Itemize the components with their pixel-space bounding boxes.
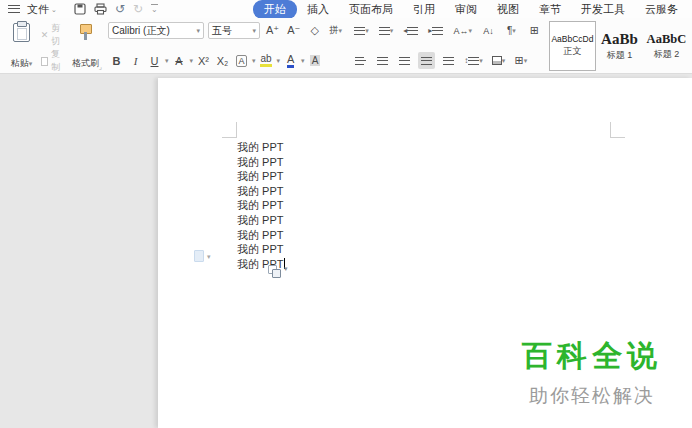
align-center-icon[interactable] (374, 52, 391, 69)
file-menu-button[interactable]: 文件 ⌄ (27, 2, 57, 17)
doc-line: 我的 PPT (237, 213, 285, 228)
char-border-dropdown[interactable]: ▾ (252, 57, 256, 64)
cut-icon: ✕ (41, 30, 49, 40)
superscript-button[interactable]: X² (195, 52, 212, 69)
cut-button[interactable]: ✕剪切 (41, 22, 67, 48)
paste-icon (13, 23, 30, 42)
document-page[interactable]: 我的 PPT 我的 PPT 我的 PPT 我的 PPT 我的 PPT 我的 PP… (158, 78, 692, 428)
align-right-icon[interactable] (396, 52, 413, 69)
subscript-button[interactable]: X₂ (214, 52, 231, 69)
tab-cloud[interactable]: 云服务 (635, 1, 688, 18)
shading-icon[interactable]: ▾ (490, 52, 508, 69)
paragraph-group: ▾ ▾ ◂ ▸ A↔▾ A↓ ¶▾ ⊞ ↕▾ ▾ ⊞▾ (352, 21, 543, 71)
font-family-select[interactable]: Calibri (正文)▾ (108, 22, 204, 39)
line-spacing-icon[interactable]: ↕▾ (462, 52, 485, 69)
cut-label: 剪切 (51, 22, 67, 48)
paste-button[interactable]: 粘贴▾ (6, 21, 37, 71)
font-color-button[interactable]: A (282, 52, 299, 69)
save-icon[interactable] (74, 3, 86, 15)
grid-icon[interactable]: ⊞ (526, 22, 543, 39)
style-preview: AaBbCcDd (551, 34, 593, 44)
doc-line: 我的 PPT (237, 228, 285, 243)
tab-view[interactable]: 视图 (487, 1, 529, 18)
tab-section[interactable]: 章节 (529, 1, 571, 18)
chevron-down-icon: ▾ (284, 265, 288, 272)
underline-button[interactable]: U (146, 52, 163, 69)
watermark-title: 百科全说 (522, 336, 662, 377)
tab-review[interactable]: 审阅 (445, 1, 487, 18)
justify-icon[interactable] (418, 52, 435, 69)
chevron-down-icon: ⌄ (51, 6, 57, 13)
doc-line: 我的 PPT (237, 198, 285, 213)
paste-options-icon (268, 265, 281, 278)
format-painter-button[interactable]: 格式刷 (71, 21, 100, 71)
strikethrough-button[interactable]: A (171, 52, 188, 69)
customize-toolbar-icon[interactable]: ⌄ (151, 4, 158, 14)
dialog-launcher-icon[interactable]: ⌟ (99, 63, 102, 71)
align-left-icon[interactable] (352, 52, 369, 69)
numbering-icon[interactable]: ▾ (377, 22, 396, 39)
style-name: 标题 1 (607, 49, 633, 62)
italic-button[interactable]: I (127, 52, 144, 69)
paragraph-layout-icon (194, 250, 204, 262)
highlight-button[interactable]: ab (258, 52, 275, 69)
shrink-font-button[interactable]: A⁻ (285, 22, 302, 39)
style-name: 正文 (563, 45, 581, 58)
margin-corner-mark-left (222, 122, 237, 138)
char-border-button[interactable]: A (233, 52, 250, 69)
print-icon[interactable] (94, 3, 107, 15)
watermark-subtitle: 助你轻松解决 (522, 383, 662, 409)
watermark: 百科全说 助你轻松解决 (522, 336, 662, 409)
clear-format-icon[interactable]: ◇ (306, 22, 323, 39)
distribute-icon[interactable] (440, 52, 457, 69)
paste-options-button[interactable]: ▾ (268, 265, 288, 278)
decrease-indent-icon[interactable]: ◂ (401, 22, 420, 39)
paste-label: 粘贴 (11, 58, 29, 68)
style-name: 标题 2 (654, 48, 680, 61)
style-preview: AaBb (601, 31, 638, 48)
styles-gallery: AaBbCcDd 正文 AaBb 标题 1 AaBbC 标题 2 AaBbC 标… (549, 21, 692, 71)
redo-icon[interactable]: ↻ (133, 3, 143, 15)
ribbon: 粘贴▾ ✕剪切 复制 格式刷 ⌟ Calibri (正文)▾ 五号▾ A⁺ A⁻… (0, 18, 692, 74)
font-size-value: 五号 (212, 24, 232, 38)
undo-icon[interactable]: ↺ (115, 3, 125, 15)
document-text[interactable]: 我的 PPT 我的 PPT 我的 PPT 我的 PPT 我的 PPT 我的 PP… (237, 140, 285, 271)
font-size-select[interactable]: 五号▾ (208, 22, 260, 39)
sort-icon[interactable]: A↓ (480, 22, 497, 39)
bullets-icon[interactable]: ▾ (352, 22, 371, 39)
bold-button[interactable]: B (108, 52, 125, 69)
phonetic-guide-icon[interactable]: 拼▾ (327, 22, 344, 39)
underline-dropdown[interactable]: ▾ (165, 57, 169, 64)
increase-indent-icon[interactable]: ▸ (426, 22, 445, 39)
paragraph-marks-icon[interactable]: ¶▾ (503, 22, 520, 39)
title-bar: 文件 ⌄ ↺ ↻ ⌄ 开始 插入 页面布局 引用 审阅 视图 章节 开发工具 云… (0, 0, 692, 18)
style-heading1[interactable]: AaBb 标题 1 (596, 21, 643, 71)
file-menu-label: 文件 (27, 2, 49, 17)
copy-button[interactable]: 复制 (41, 48, 67, 74)
menu-icon[interactable] (8, 5, 20, 13)
style-heading2[interactable]: AaBbC 标题 2 (643, 21, 690, 71)
grow-font-button[interactable]: A⁺ (264, 22, 281, 39)
style-normal[interactable]: AaBbCcDd 正文 (549, 21, 596, 71)
tab-insert[interactable]: 插入 (297, 1, 339, 18)
font-color-dropdown[interactable]: ▾ (301, 57, 305, 64)
char-shading-button[interactable]: A (307, 52, 324, 69)
doc-line: 我的 PPT (237, 169, 285, 184)
clipboard-group: 粘贴▾ ✕剪切 复制 格式刷 ⌟ (6, 21, 100, 71)
font-group: Calibri (正文)▾ 五号▾ A⁺ A⁻ ◇ 拼▾ B I U▾ A▾ X… (108, 21, 344, 71)
char-scale-icon[interactable]: A↔▾ (451, 22, 474, 39)
doc-line: 我的 PPT (237, 242, 285, 257)
document-area: 我的 PPT 我的 PPT 我的 PPT 我的 PPT 我的 PPT 我的 PP… (0, 75, 692, 428)
borders-icon[interactable]: ⊞▾ (512, 52, 529, 69)
tab-references[interactable]: 引用 (403, 1, 445, 18)
tab-developer[interactable]: 开发工具 (571, 1, 635, 18)
copy-icon (41, 57, 48, 66)
style-preview: AaBbC (647, 32, 687, 47)
tab-page-layout[interactable]: 页面布局 (339, 1, 403, 18)
highlight-dropdown[interactable]: ▾ (277, 57, 281, 64)
ribbon-tabs: 开始 插入 页面布局 引用 审阅 视图 章节 开发工具 云服务 (253, 0, 688, 18)
strikethrough-dropdown[interactable]: ▾ (190, 57, 194, 64)
doc-line: 我的 PPT (237, 184, 285, 199)
paragraph-layout-button[interactable]: ▾ (194, 250, 211, 262)
tab-home[interactable]: 开始 (253, 0, 297, 19)
